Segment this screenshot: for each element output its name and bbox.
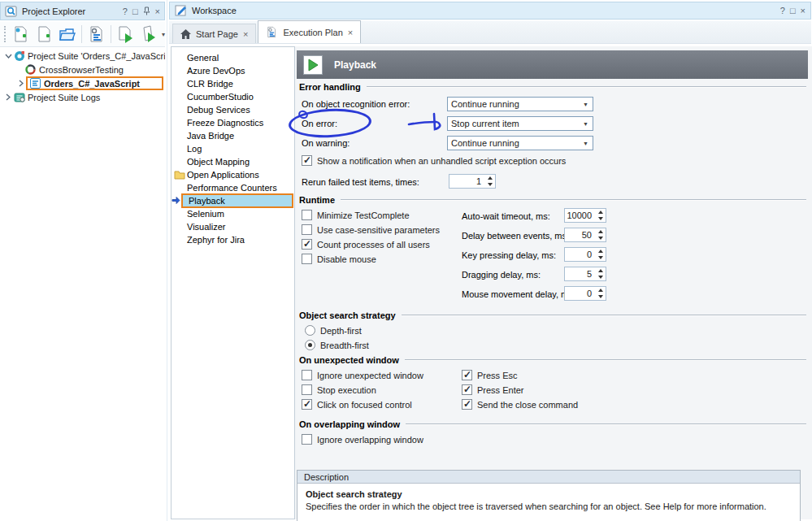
spin-down-icon[interactable] bbox=[598, 295, 603, 298]
minimize-testcomplete-row[interactable]: Minimize TestComplete bbox=[302, 210, 410, 220]
press-esc-row[interactable]: Press Esc bbox=[462, 370, 518, 380]
stop-execution-checkbox[interactable] bbox=[302, 384, 312, 395]
add-new-item-button[interactable] bbox=[33, 24, 55, 45]
auto-wait-timeout-spinner[interactable]: 10000 bbox=[564, 208, 606, 223]
testcomplete-window: Project Explorer ? □ × bbox=[0, 0, 812, 521]
chevron-right-icon[interactable] bbox=[3, 93, 13, 101]
tree-row-orders-project[interactable]: Orders_C#_JavaScript bbox=[0, 76, 165, 90]
category-zephyr-for-jira[interactable]: Zephyr for Jira bbox=[172, 233, 294, 246]
ignore-overlapping-window-checkbox[interactable] bbox=[302, 434, 312, 445]
description-header: Description bbox=[297, 471, 800, 484]
new-project-suite-button[interactable] bbox=[11, 24, 33, 45]
notification-check-row[interactable]: Show a notification when an unhandled sc… bbox=[302, 155, 566, 166]
press-enter-row[interactable]: Press Enter bbox=[462, 384, 523, 395]
case-sensitive-parameters-checkbox[interactable] bbox=[302, 224, 312, 235]
spin-up-icon[interactable] bbox=[598, 289, 603, 292]
on-error-select[interactable]: Stop current item ▼ bbox=[447, 116, 593, 131]
category-label: Playback bbox=[189, 196, 225, 206]
execution-plan-icon bbox=[266, 26, 278, 38]
spin-up-icon[interactable] bbox=[488, 176, 493, 180]
delay-between-events-spinner[interactable]: 50 bbox=[564, 228, 606, 242]
category-label: Zephyr for Jira bbox=[187, 235, 245, 245]
dragging-delay-spinner[interactable]: 5 bbox=[564, 267, 606, 281]
ignore-overlapping-window-row[interactable]: Ignore overlapping window bbox=[302, 434, 423, 445]
close-icon[interactable]: × bbox=[348, 28, 353, 37]
click-focused-control-row[interactable]: Click on focused control bbox=[302, 399, 412, 410]
on-object-recognition-error-select[interactable]: Continue running ▼ bbox=[447, 97, 593, 111]
click-focused-control-checkbox[interactable] bbox=[302, 399, 312, 410]
category-open-applications[interactable]: Open Applications bbox=[172, 168, 294, 181]
category-selenium[interactable]: Selenium bbox=[172, 207, 294, 220]
selected-project-highlight: Orders_C#_JavaScript bbox=[26, 76, 163, 90]
run-test-button[interactable] bbox=[115, 24, 137, 45]
send-close-command-row[interactable]: Send the close command bbox=[462, 399, 578, 410]
spinner-buttons bbox=[595, 209, 606, 222]
ignore-unexpected-window-row[interactable]: Ignore unexpected window bbox=[302, 370, 423, 380]
organize-execution-plan-button[interactable] bbox=[85, 24, 107, 45]
show-notification-checkbox[interactable] bbox=[302, 155, 312, 166]
chevron-down-icon[interactable] bbox=[3, 54, 13, 59]
tree-row-project-suite-logs[interactable]: Project Suite Logs bbox=[0, 90, 165, 104]
category-visualizer[interactable]: Visualizer bbox=[172, 220, 294, 233]
category-azure-devops[interactable]: Azure DevOps bbox=[172, 64, 294, 77]
open-file-button[interactable] bbox=[57, 24, 79, 45]
spin-down-icon[interactable] bbox=[598, 276, 603, 279]
minimize-testcomplete-checkbox[interactable] bbox=[302, 210, 312, 220]
spin-down-icon[interactable] bbox=[598, 217, 603, 220]
tab-start-page[interactable]: Start Page × bbox=[172, 24, 256, 43]
category-label: Java Bridge bbox=[187, 131, 234, 141]
spin-up-icon[interactable] bbox=[598, 211, 603, 214]
help-icon[interactable]: ? bbox=[123, 7, 128, 16]
on-warning-select[interactable]: Continue running ▼ bbox=[447, 136, 593, 150]
rerun-failed-spinner[interactable]: 1 bbox=[449, 174, 496, 189]
category-object-mapping[interactable]: Object Mapping bbox=[172, 155, 294, 168]
spin-up-icon[interactable] bbox=[598, 269, 603, 272]
category-freeze-diagnostics[interactable]: Freeze Diagnostics bbox=[172, 116, 294, 129]
disable-mouse-row[interactable]: Disable mouse bbox=[302, 254, 376, 264]
press-enter-checkbox[interactable] bbox=[462, 384, 472, 395]
category-general[interactable]: General bbox=[172, 51, 294, 64]
key-pressing-delay-spinner[interactable]: 0 bbox=[564, 247, 606, 262]
run-project-button[interactable] bbox=[137, 24, 159, 45]
breadth-first-row[interactable]: Breadth-first bbox=[305, 340, 369, 350]
maximize-icon[interactable]: □ bbox=[790, 6, 796, 15]
category-clr-bridge[interactable]: CLR Bridge bbox=[172, 77, 294, 90]
maximize-icon[interactable]: □ bbox=[132, 7, 138, 16]
category-java-bridge[interactable]: Java Bridge bbox=[172, 129, 294, 142]
spin-up-icon[interactable] bbox=[598, 230, 603, 233]
pin-icon[interactable] bbox=[143, 7, 150, 15]
category-playback[interactable]: Playback bbox=[172, 194, 294, 207]
spin-down-icon[interactable] bbox=[598, 237, 603, 240]
spin-down-icon[interactable] bbox=[598, 256, 603, 259]
spin-down-icon[interactable] bbox=[488, 183, 493, 186]
depth-first-radio[interactable] bbox=[305, 325, 315, 336]
count-processes-checkbox[interactable] bbox=[302, 239, 312, 250]
tree-row-label: Orders_C#_JavaScript bbox=[44, 79, 140, 89]
mouse-movement-delay-spinner[interactable]: 0 bbox=[564, 286, 606, 301]
category-label: Object Mapping bbox=[187, 157, 250, 167]
category-debug-services[interactable]: Debug Services bbox=[172, 103, 294, 116]
close-icon[interactable]: × bbox=[801, 6, 805, 15]
category-log[interactable]: Log bbox=[172, 142, 294, 155]
help-icon[interactable]: ? bbox=[780, 6, 785, 15]
tree-row-crossbrowsertesting[interactable]: CrossBrowserTesting bbox=[0, 63, 165, 76]
tab-execution-plan[interactable]: Execution Plan × bbox=[258, 20, 361, 43]
spin-up-icon[interactable] bbox=[598, 250, 603, 253]
category-cucumberstudio[interactable]: CucumberStudio bbox=[172, 90, 294, 103]
category-performance-counters[interactable]: Performance Counters bbox=[172, 181, 294, 194]
count-processes-row[interactable]: Count processes of all users bbox=[302, 239, 430, 250]
press-esc-checkbox[interactable] bbox=[462, 370, 472, 380]
breadth-first-radio[interactable] bbox=[305, 340, 315, 350]
toolbar-grip[interactable] bbox=[4, 26, 7, 42]
send-close-command-checkbox[interactable] bbox=[462, 399, 472, 410]
stop-execution-row[interactable]: Stop execution bbox=[302, 384, 376, 395]
tree-row-project-suite[interactable]: Project Suite 'Orders_C#_JavaScript' (1 bbox=[0, 49, 165, 63]
case-sensitive-parameters-row[interactable]: Use case-sensitive parameters bbox=[302, 224, 440, 235]
ignore-unexpected-window-checkbox[interactable] bbox=[302, 370, 312, 380]
chevron-right-icon[interactable] bbox=[16, 80, 26, 87]
disable-mouse-checkbox[interactable] bbox=[302, 254, 312, 264]
depth-first-row[interactable]: Depth-first bbox=[305, 325, 362, 336]
close-icon[interactable]: × bbox=[243, 29, 248, 39]
toolbar-more-icon[interactable]: ▾ bbox=[162, 31, 165, 38]
close-icon[interactable]: × bbox=[155, 7, 160, 16]
